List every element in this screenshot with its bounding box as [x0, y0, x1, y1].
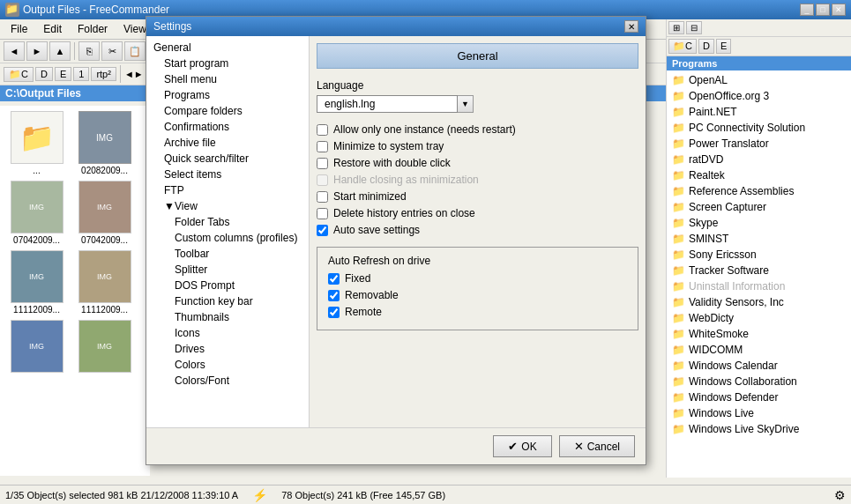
language-dropdown: english.lng ▼: [317, 95, 638, 113]
checkbox-auto-save-input[interactable]: [317, 225, 328, 236]
back-button[interactable]: ◄: [4, 41, 25, 61]
right-toolbar-btn2[interactable]: ⊟: [686, 21, 702, 34]
close-button[interactable]: ✕: [832, 4, 846, 16]
list-item[interactable]: 📁Windows Live SkyDrive: [668, 421, 849, 437]
paste-button[interactable]: 📋: [124, 41, 146, 61]
list-item[interactable]: IMG 07042009...: [71, 179, 138, 247]
checkbox-delete-history-input[interactable]: [317, 208, 328, 219]
list-item[interactable]: 📁SMINST: [668, 231, 849, 247]
file-label: 11112009...: [81, 305, 128, 315]
tree-item-drives[interactable]: Drives: [146, 341, 309, 357]
list-item[interactable]: IMG 11112009...: [4, 248, 70, 316]
list-item[interactable]: 📁OpenOffice.org 3: [668, 88, 849, 104]
list-item[interactable]: 📁Windows Defender: [668, 389, 849, 405]
checkbox-remote-input[interactable]: [328, 307, 340, 318]
list-item[interactable]: IMG 02082009...: [71, 109, 138, 177]
tree-item-colors-font[interactable]: Colors/Font: [146, 373, 309, 389]
cut-button[interactable]: ✂: [101, 41, 123, 61]
list-item[interactable]: 📁WIDCOMM: [668, 342, 849, 358]
list-item[interactable]: 📁Windows Live: [668, 405, 849, 421]
menu-edit[interactable]: Edit: [36, 21, 69, 37]
forward-button[interactable]: ►: [26, 41, 48, 61]
language-label: Language: [317, 79, 638, 92]
list-item[interactable]: 📁OpenAL: [668, 72, 849, 88]
left-drive-c[interactable]: 📁C: [4, 67, 34, 82]
tree-item-dos-prompt[interactable]: DOS Prompt: [146, 278, 309, 293]
tree-item-compare-folders[interactable]: Compare folders: [146, 103, 309, 119]
checkbox-minimize-tray-input[interactable]: [317, 141, 328, 152]
list-item[interactable]: 📁PC Connectivity Solution: [668, 120, 849, 136]
language-select[interactable]: english.lng: [317, 95, 458, 113]
list-item[interactable]: 📁Realtek: [668, 167, 849, 183]
menu-folder[interactable]: Folder: [71, 21, 115, 37]
list-item[interactable]: IMG: [4, 318, 70, 376]
language-dropdown-arrow[interactable]: ▼: [458, 95, 474, 113]
left-drive-d[interactable]: D: [35, 67, 53, 81]
tree-item-folder-tabs[interactable]: Folder Tabs: [146, 214, 309, 230]
list-item[interactable]: 📁WebDicty: [668, 310, 849, 326]
left-drive-1[interactable]: 1: [73, 67, 89, 81]
list-item[interactable]: 📁Reference Assemblies: [668, 183, 849, 199]
right-drive-d[interactable]: D: [698, 39, 714, 54]
checkbox-start-minimized-label: Start minimized: [333, 190, 407, 203]
list-item[interactable]: 📁Tracker Software: [668, 263, 849, 278]
tree-item-colors[interactable]: Colors: [146, 357, 309, 373]
list-item[interactable]: 📁Sony Ericsson: [668, 247, 849, 263]
maximize-button[interactable]: □: [816, 4, 830, 16]
tree-item-programs[interactable]: Programs: [146, 87, 309, 103]
list-item[interactable]: 📁Uninstall Information: [668, 278, 849, 294]
list-item[interactable]: 📁Power Translator: [668, 136, 849, 152]
cancel-icon: ✕: [574, 440, 584, 453]
checkbox-start-minimized-input[interactable]: [317, 191, 328, 203]
checkbox-removable-label: Removable: [345, 289, 399, 301]
list-item[interactable]: IMG 11112009...: [71, 248, 138, 316]
dialog-close-button[interactable]: ✕: [624, 20, 638, 33]
tree-item-archive-file[interactable]: Archive file: [146, 135, 309, 151]
settings-tree: General Start program Shell menu Program…: [146, 36, 310, 427]
checkbox-handle-closing: Handle closing as minimization: [317, 174, 638, 186]
list-item[interactable]: IMG: [71, 318, 138, 376]
list-item[interactable]: IMG 07042009...: [4, 179, 70, 247]
right-drive-e[interactable]: E: [716, 39, 731, 54]
checkbox-fixed-input[interactable]: [328, 273, 340, 285]
up-button[interactable]: ▲: [49, 41, 71, 61]
left-drive-e[interactable]: E: [55, 67, 71, 81]
tree-item-general[interactable]: General: [146, 40, 309, 56]
tree-item-shell-menu[interactable]: Shell menu: [146, 71, 309, 87]
tree-item-view[interactable]: ▼View: [146, 198, 309, 214]
list-item[interactable]: 📁Validity Sensors, Inc: [668, 294, 849, 310]
cancel-button[interactable]: ✕ Cancel: [559, 435, 635, 457]
left-drive-rtp[interactable]: rtp²: [91, 67, 116, 81]
checkbox-one-instance-input[interactable]: [317, 124, 328, 136]
ok-button[interactable]: ✔ OK: [493, 435, 551, 457]
tree-item-icons[interactable]: Icons: [146, 325, 309, 341]
minimize-button[interactable]: _: [800, 4, 814, 16]
tree-item-select-items[interactable]: Select items: [146, 167, 309, 182]
tree-item-function-key-bar[interactable]: Function key bar: [146, 293, 309, 309]
list-item[interactable]: 📁Skype: [668, 215, 849, 231]
checkbox-restore-dblclick-input[interactable]: [317, 158, 328, 169]
list-item[interactable]: 📁Windows Calendar: [668, 358, 849, 374]
list-item[interactable]: 📁 ...: [4, 109, 70, 177]
tree-item-custom-columns[interactable]: Custom columns (profiles): [146, 230, 309, 246]
right-drive-c[interactable]: 📁C: [668, 39, 697, 54]
list-item[interactable]: 📁ratDVD: [668, 152, 849, 167]
auto-refresh-label: Auto Refresh on drive: [328, 255, 627, 267]
tree-item-splitter[interactable]: Splitter: [146, 262, 309, 278]
checkbox-fixed: Fixed: [328, 272, 627, 285]
list-item[interactable]: 📁Windows Collaboration: [668, 374, 849, 389]
tree-item-start-program[interactable]: Start program: [146, 56, 309, 71]
list-item[interactable]: 📁Screen Capturer: [668, 199, 849, 215]
checkbox-start-minimized: Start minimized: [317, 190, 638, 203]
copy-button[interactable]: ⎘: [78, 41, 100, 61]
list-item[interactable]: 📁Paint.NET: [668, 104, 849, 120]
tree-item-thumbnails[interactable]: Thumbnails: [146, 309, 309, 325]
menu-file[interactable]: File: [4, 21, 34, 37]
tree-item-ftp[interactable]: FTP: [146, 182, 309, 198]
tree-item-confirmations[interactable]: Confirmations: [146, 119, 309, 135]
tree-item-toolbar[interactable]: Toolbar: [146, 246, 309, 262]
checkbox-removable-input[interactable]: [328, 290, 340, 301]
right-toolbar-btn1[interactable]: ⊞: [668, 21, 684, 34]
list-item[interactable]: 📁WhiteSmoke: [668, 326, 849, 342]
tree-item-quick-search[interactable]: Quick search/filter: [146, 151, 309, 167]
